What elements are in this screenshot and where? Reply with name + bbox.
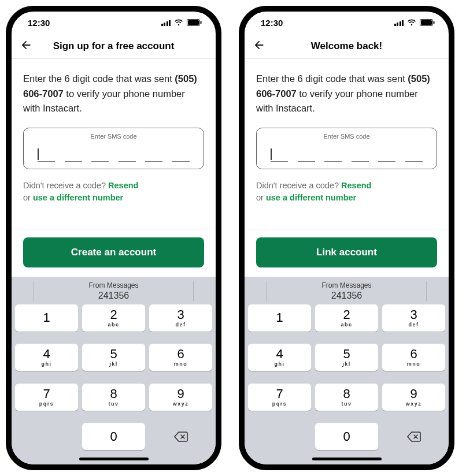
- create-account-button[interactable]: Create an account: [23, 237, 204, 267]
- phone-screen-signup: 12:30 Sign up for a free account Enter t…: [6, 6, 221, 470]
- status-icons: [161, 19, 202, 26]
- cta-area: Link account: [245, 229, 449, 277]
- autofill-suggestion[interactable]: From Messages 241356: [248, 280, 445, 304]
- back-button[interactable]: [20, 39, 32, 54]
- key-backspace[interactable]: [382, 423, 445, 450]
- resend-link[interactable]: Resend: [341, 181, 371, 190]
- sms-code-slots: [31, 143, 197, 165]
- key-blank: [15, 423, 78, 450]
- back-button[interactable]: [253, 39, 265, 54]
- key-5[interactable]: 5jkl: [82, 344, 145, 371]
- key-backspace[interactable]: [149, 423, 212, 450]
- key-6[interactable]: 6mno: [382, 344, 445, 371]
- keypad-grid: 1 2abc 3def 4ghi 5jkl 6mno 7pqrs 8tuv 9w…: [15, 304, 212, 459]
- cta-area: Create an account: [12, 229, 216, 277]
- key-5[interactable]: 5jkl: [315, 344, 378, 371]
- key-3[interactable]: 3def: [382, 304, 445, 332]
- instruction-text: Enter the 6 digit code that was sent (50…: [256, 72, 437, 116]
- status-icons: [394, 19, 435, 26]
- key-7[interactable]: 7pqrs: [248, 384, 311, 411]
- battery-icon: [187, 19, 202, 26]
- status-bar: 12:30: [245, 12, 449, 34]
- key-2[interactable]: 2abc: [82, 304, 145, 332]
- resend-block: Didn't receive a code? Resend or use a d…: [256, 180, 437, 205]
- key-3[interactable]: 3def: [149, 304, 212, 332]
- sms-code-input[interactable]: Enter SMS code: [23, 128, 204, 169]
- key-9[interactable]: 9wxyz: [382, 384, 445, 411]
- wifi-icon: [174, 19, 183, 26]
- numeric-keyboard: From Messages 241356 1 2abc 3def 4ghi 5j…: [12, 277, 216, 464]
- sms-code-input[interactable]: Enter SMS code: [256, 128, 437, 169]
- signal-icon: [394, 20, 404, 26]
- signal-icon: [161, 20, 171, 26]
- nav-bar: Sign up for a free account: [12, 34, 216, 59]
- home-indicator[interactable]: [312, 458, 382, 460]
- status-time: 12:30: [28, 18, 50, 28]
- numeric-keyboard: From Messages 241356 1 2abc 3def 4ghi 5j…: [245, 277, 449, 464]
- sms-code-slots: [264, 143, 430, 165]
- key-0[interactable]: 0: [82, 423, 145, 450]
- svg-rect-2: [201, 21, 202, 24]
- backspace-icon: [406, 431, 421, 442]
- key-4[interactable]: 4ghi: [248, 344, 311, 371]
- key-blank: [248, 423, 311, 450]
- key-9[interactable]: 9wxyz: [149, 384, 212, 411]
- phone-screen-welcome: 12:30 Welcome back! Enter the 6 digit co…: [239, 6, 454, 470]
- wifi-icon: [407, 19, 416, 26]
- key-0[interactable]: 0: [315, 423, 378, 450]
- key-7[interactable]: 7pqrs: [15, 384, 78, 411]
- battery-icon: [420, 19, 435, 26]
- key-1[interactable]: 1: [15, 304, 78, 332]
- content-area: Enter the 6 digit code that was sent (50…: [12, 59, 216, 204]
- page-title: Welcome back!: [245, 40, 449, 52]
- text-caret: [271, 148, 272, 160]
- text-caret: [38, 148, 39, 160]
- home-indicator[interactable]: [79, 458, 149, 460]
- different-number-link[interactable]: use a different number: [266, 193, 356, 202]
- sms-code-label: Enter SMS code: [31, 133, 197, 140]
- keypad-grid: 1 2abc 3def 4ghi 5jkl 6mno 7pqrs 8tuv 9w…: [248, 304, 445, 459]
- different-number-link[interactable]: use a different number: [33, 193, 123, 202]
- nav-bar: Welcome back!: [245, 34, 449, 59]
- sms-code-label: Enter SMS code: [264, 133, 430, 140]
- status-bar: 12:30: [12, 12, 216, 34]
- key-6[interactable]: 6mno: [149, 344, 212, 371]
- key-2[interactable]: 2abc: [315, 304, 378, 332]
- key-8[interactable]: 8tuv: [315, 384, 378, 411]
- key-1[interactable]: 1: [248, 304, 311, 332]
- content-area: Enter the 6 digit code that was sent (50…: [245, 59, 449, 204]
- resend-link[interactable]: Resend: [108, 181, 138, 190]
- svg-rect-4: [421, 20, 432, 25]
- link-account-button[interactable]: Link account: [256, 237, 437, 267]
- instruction-text: Enter the 6 digit code that was sent (50…: [23, 72, 204, 116]
- status-time: 12:30: [261, 18, 283, 28]
- page-title: Sign up for a free account: [12, 40, 216, 52]
- resend-block: Didn't receive a code? Resend or use a d…: [23, 180, 204, 205]
- backspace-icon: [173, 431, 188, 442]
- key-4[interactable]: 4ghi: [15, 344, 78, 371]
- key-8[interactable]: 8tuv: [82, 384, 145, 411]
- autofill-suggestion[interactable]: From Messages 241356: [15, 280, 212, 304]
- svg-rect-5: [434, 21, 435, 24]
- svg-rect-1: [188, 20, 199, 25]
